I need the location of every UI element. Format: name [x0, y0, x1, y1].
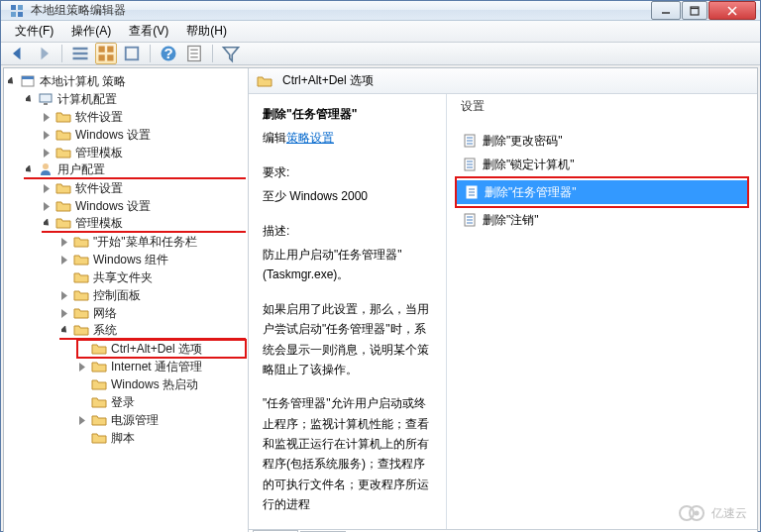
- svg-text:?: ?: [163, 45, 172, 61]
- tree-admin-templates[interactable]: 管理模板: [42, 215, 246, 233]
- description-pane: 删除"任务管理器" 编辑策略设置 要求: 至少 Windows 2000 描述:…: [249, 94, 447, 529]
- description-text: 如果启用了此设置，那么，当用户尝试启动"任务管理器"时，系统会显示一则消息，说明…: [263, 299, 432, 380]
- svg-rect-14: [99, 54, 105, 60]
- tree-system[interactable]: 系统: [59, 322, 246, 340]
- tree-item[interactable]: 登录: [77, 393, 246, 411]
- svg-rect-3: [18, 12, 23, 17]
- details-view-button[interactable]: [69, 43, 91, 64]
- list-view-button[interactable]: [95, 43, 117, 64]
- expand-icon[interactable]: [77, 414, 89, 426]
- svg-rect-24: [22, 76, 34, 79]
- folder-icon: [73, 252, 89, 267]
- list-item[interactable]: 删除"锁定计算机": [455, 153, 749, 176]
- forward-button[interactable]: [33, 43, 54, 64]
- setting-icon: [465, 185, 479, 199]
- expand-icon[interactable]: [6, 75, 18, 87]
- expand-icon[interactable]: [24, 163, 36, 175]
- folder-icon: [91, 376, 107, 392]
- requirement-label: 要求:: [263, 162, 432, 182]
- folder-icon: [91, 359, 107, 374]
- list-item[interactable]: 删除"注销": [455, 208, 749, 232]
- menu-view[interactable]: 查看(V): [121, 21, 176, 42]
- svg-rect-15: [107, 54, 113, 60]
- tree-root[interactable]: 本地计算机 策略: [6, 72, 246, 90]
- menu-action[interactable]: 操作(A): [63, 21, 119, 42]
- tree-item[interactable]: 网络: [59, 304, 246, 322]
- svg-rect-16: [126, 48, 139, 60]
- folder-icon: [55, 180, 71, 196]
- user-icon: [38, 161, 54, 177]
- expand-icon[interactable]: [59, 236, 71, 248]
- policy-icon: [20, 73, 36, 89]
- expand-icon[interactable]: [42, 129, 54, 141]
- setting-icon: [463, 158, 477, 171]
- folder-icon: [91, 412, 107, 428]
- expand-icon[interactable]: [42, 182, 54, 194]
- tree-item[interactable]: Windows 设置: [42, 197, 246, 215]
- folder-icon: [73, 305, 89, 321]
- svg-rect-9: [73, 48, 88, 51]
- tree-item[interactable]: 脚本: [77, 429, 246, 447]
- settings-list[interactable]: 删除"更改密码" 删除"锁定计算机" 删除"任务管理器" 删除"注销": [447, 121, 757, 529]
- close-button[interactable]: [708, 1, 756, 20]
- tree-item[interactable]: 电源管理: [77, 411, 246, 429]
- expand-icon[interactable]: [77, 361, 89, 372]
- list-item[interactable]: 删除"更改密码": [455, 129, 749, 153]
- description-label: 描述:: [263, 221, 432, 241]
- expand-icon[interactable]: [42, 111, 54, 123]
- tree-item[interactable]: 控制面板: [59, 286, 246, 304]
- edit-policy-link[interactable]: 策略设置: [286, 131, 334, 145]
- expand-icon[interactable]: [42, 200, 54, 212]
- tree-user-config[interactable]: 用户配置: [24, 161, 246, 179]
- expand-icon[interactable]: [59, 324, 71, 336]
- expand-icon[interactable]: [24, 93, 36, 105]
- menubar: 文件(F) 操作(A) 查看(V) 帮助(H): [1, 21, 760, 43]
- expand-icon[interactable]: [42, 217, 54, 229]
- list-item-selected[interactable]: 删除"任务管理器": [457, 180, 747, 204]
- svg-rect-26: [44, 103, 48, 105]
- policy-tree: 本地计算机 策略 计算机配置 软件设置 Windows 设置: [6, 72, 246, 447]
- watermark: 亿速云: [678, 504, 747, 522]
- folder-icon: [73, 234, 89, 250]
- folder-icon: [91, 394, 107, 410]
- expand-icon[interactable]: [42, 147, 54, 159]
- folder-icon: [55, 127, 71, 143]
- computer-icon: [38, 91, 54, 107]
- back-button[interactable]: [7, 43, 29, 64]
- tree-item[interactable]: "开始"菜单和任务栏: [59, 233, 246, 251]
- menu-help[interactable]: 帮助(H): [178, 21, 235, 42]
- svg-rect-12: [99, 47, 105, 53]
- folder-icon: [91, 341, 107, 357]
- tree-computer-config[interactable]: 计算机配置: [24, 90, 246, 108]
- properties-button[interactable]: [183, 43, 205, 64]
- filter-button[interactable]: [220, 43, 242, 64]
- tree-item[interactable]: 软件设置: [42, 179, 246, 197]
- tree-item[interactable]: Windows 热启动: [77, 375, 246, 393]
- folder-icon: [55, 145, 71, 160]
- expand-icon[interactable]: [59, 307, 71, 319]
- icons-view-button[interactable]: [121, 43, 143, 64]
- tree-pane[interactable]: 本地计算机 策略 计算机配置 软件设置 Windows 设置: [4, 68, 249, 532]
- window-buttons: [651, 1, 756, 20]
- description-text: 防止用户启动"任务管理器"(Taskmgr.exe)。: [263, 245, 432, 285]
- svg-rect-25: [40, 94, 52, 102]
- expand-icon[interactable]: [59, 289, 71, 301]
- content-area: 本地计算机 策略 计算机配置 软件设置 Windows 设置: [3, 67, 758, 532]
- description-text: "任务管理器"允许用户启动或终止程序；监视计算机性能；查看和监视正运行在计算机上…: [263, 393, 432, 514]
- right-pane: Ctrl+Alt+Del 选项 删除"任务管理器" 编辑策略设置 要求: 至少 …: [249, 68, 757, 532]
- tree-item[interactable]: Windows 组件: [59, 251, 246, 268]
- maximize-button[interactable]: [682, 1, 707, 20]
- list-column-header[interactable]: 设置: [447, 94, 757, 121]
- requirement-value: 至少 Windows 2000: [263, 186, 432, 206]
- folder-icon: [73, 269, 89, 285]
- expand-icon[interactable]: [59, 254, 71, 266]
- tree-item[interactable]: 管理模板: [42, 144, 246, 161]
- tree-item[interactable]: 共享文件夹: [59, 268, 246, 286]
- tree-item[interactable]: Windows 设置: [42, 126, 246, 144]
- help-button[interactable]: ?: [158, 43, 179, 64]
- menu-file[interactable]: 文件(F): [7, 21, 61, 42]
- tree-ctrlaltdel[interactable]: Ctrl+Alt+Del 选项: [77, 340, 246, 358]
- tree-item[interactable]: 软件设置: [42, 108, 246, 126]
- tree-item[interactable]: Internet 通信管理: [77, 358, 246, 375]
- minimize-button[interactable]: [651, 1, 681, 20]
